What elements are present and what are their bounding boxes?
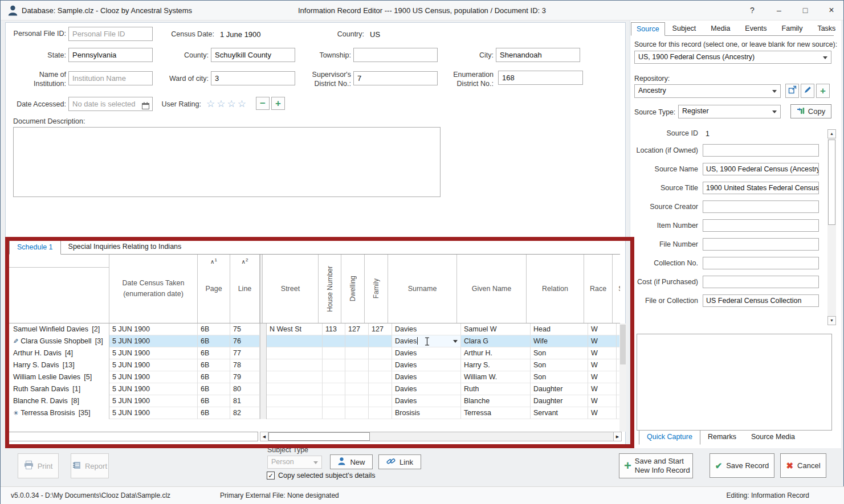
cell-page[interactable]: 6B (198, 347, 230, 359)
cell-page[interactable]: 6B (198, 371, 230, 383)
table-row[interactable]: William Leslie Davies [5]5 JUN 19006B79D… (9, 371, 620, 383)
cell-street[interactable] (267, 395, 323, 407)
column-header-relation[interactable]: Relation (527, 255, 584, 323)
close-button[interactable]: × (823, 2, 840, 18)
cell-race[interactable]: W (588, 359, 617, 371)
minimize-button[interactable]: – (770, 2, 788, 18)
cell-date[interactable]: 5 JUN 1900 (109, 371, 198, 383)
tab-tasks[interactable]: Tasks (810, 22, 843, 35)
enumeration-district-input[interactable]: 168 (498, 71, 583, 85)
cell-page[interactable]: 6B (198, 383, 230, 395)
cell-house[interactable] (323, 347, 345, 359)
tab-source[interactable]: Source (631, 22, 665, 36)
county-input[interactable]: Schuylkill County (211, 48, 295, 62)
cell-given[interactable]: Harry S. (461, 359, 531, 371)
cell-given[interactable]: Samuel W (461, 323, 531, 335)
cell-page[interactable]: 6B (198, 395, 230, 407)
source-field-input[interactable] (703, 144, 819, 157)
cell-surname[interactable]: Davies (392, 335, 461, 347)
cell-date[interactable]: 5 JUN 1900 (109, 395, 198, 407)
cell-relation[interactable]: Son (531, 371, 588, 383)
row-header-name[interactable]: Harry S. Davis [13] (9, 359, 109, 371)
cell-street[interactable]: N West St (267, 323, 323, 335)
cell-house[interactable] (323, 371, 345, 383)
cell-family[interactable] (369, 347, 392, 359)
cell-line[interactable]: 76 (230, 335, 260, 347)
cell-family[interactable]: 127 (369, 323, 392, 335)
name-column-scrollbar[interactable] (9, 432, 258, 441)
add-repository-button[interactable]: + (816, 84, 830, 98)
cell-date[interactable]: 5 JUN 1900 (109, 347, 198, 359)
quick-capture-area[interactable] (637, 334, 832, 431)
source-type-combobox[interactable]: Register (678, 105, 781, 118)
cell-family[interactable] (369, 335, 392, 347)
dropdown-arrow-icon[interactable] (453, 340, 458, 343)
schedule-vertical-scrollbar[interactable] (619, 323, 626, 432)
column-header-name[interactable] (9, 255, 109, 323)
cell-family[interactable] (369, 383, 392, 395)
increase-rating-button[interactable]: + (271, 97, 285, 110)
cell-dwelling[interactable] (345, 359, 369, 371)
row-header-name[interactable]: William Leslie Davies [5] (9, 371, 109, 383)
tab-remarks[interactable]: Remarks (700, 431, 744, 444)
table-row[interactable]: Blanche R. Davis [8]5 JUN 19006B81Davies… (9, 395, 620, 407)
cell-date[interactable]: 5 JUN 1900 (109, 335, 198, 347)
source-field-input[interactable] (703, 238, 819, 251)
cell-dwelling[interactable]: 127 (345, 323, 369, 335)
table-row[interactable]: ✳Terressa Brosisis [35]5 JUN 19006B82Bro… (9, 407, 620, 419)
document-description-textarea[interactable] (13, 127, 441, 197)
cell-surname[interactable]: Davies (392, 323, 461, 335)
city-input[interactable]: Shenandoah (496, 48, 580, 62)
cell-dwelling[interactable] (345, 395, 369, 407)
cell-house[interactable]: 113 (323, 323, 345, 335)
row-header-name[interactable]: ✳Terressa Brosisis [35] (9, 407, 109, 419)
cell-given[interactable]: Arthur H. (461, 347, 531, 359)
personal-file-id-input[interactable]: Personal File ID (68, 27, 153, 41)
source-fields-scrollbar[interactable]: ▲ ▼ (827, 129, 836, 325)
column-header-date[interactable]: Date Census Taken (enumeration date) (109, 255, 198, 323)
tab-schedule-1[interactable]: Schedule 1 (9, 240, 61, 255)
cell-race[interactable]: W (588, 323, 617, 335)
cell-page[interactable]: 6B (198, 323, 230, 335)
cell-given[interactable]: Terressa (461, 407, 531, 419)
table-row[interactable]: Arthur H. Davis [4]5 JUN 19006B77DaviesA… (9, 347, 620, 359)
cell-dwelling[interactable] (345, 335, 369, 347)
cell-house[interactable] (323, 407, 345, 419)
cell-page[interactable]: 6B (198, 407, 230, 419)
copy-details-option[interactable]: ✓ Copy selected subject's details (267, 472, 376, 480)
column-header-dwelling[interactable]: Dwelling (341, 255, 365, 323)
cell-relation[interactable]: Son (531, 359, 588, 371)
cell-house[interactable] (323, 383, 345, 395)
cell-street[interactable] (267, 359, 323, 371)
source-field-input[interactable] (703, 276, 819, 288)
cell-house[interactable] (323, 335, 345, 347)
scrollbar-thumb[interactable] (828, 140, 835, 225)
cell-relation[interactable]: Son (531, 347, 588, 359)
column-header-given[interactable]: Given Name (457, 255, 527, 323)
ward-input[interactable]: 3 (211, 71, 295, 85)
table-row[interactable]: Harry S. Davis [13]5 JUN 19006B78DaviesH… (9, 359, 620, 371)
source-field-input[interactable]: 1900 United States Federal Census,... (703, 182, 819, 194)
scroll-up-icon[interactable]: ▲ (827, 129, 836, 138)
cell-relation[interactable]: Wife (531, 335, 588, 347)
row-header-name[interactable]: Arthur H. Davis [4] (9, 347, 109, 359)
repository-combobox[interactable]: Ancestry (634, 84, 781, 98)
tab-events[interactable]: Events (737, 22, 774, 35)
source-field-input[interactable]: US Federal Census Collection (703, 294, 819, 307)
cell-race[interactable]: W (588, 347, 617, 359)
cell-dwelling[interactable] (345, 371, 369, 383)
source-field-input[interactable] (703, 219, 819, 232)
cancel-button[interactable]: ✖ Cancel (780, 453, 826, 478)
tab-subject[interactable]: Subject (665, 22, 704, 35)
cell-race[interactable]: W (588, 383, 617, 395)
row-header-name[interactable]: Ruth Sarah Davis [1] (9, 383, 109, 395)
help-button[interactable]: ? (744, 2, 761, 18)
cell-line[interactable]: 79 (230, 371, 260, 383)
cell-line[interactable]: 75 (230, 323, 260, 335)
cell-family[interactable] (369, 359, 392, 371)
cell-relation[interactable]: Head (531, 323, 588, 335)
cell-line[interactable]: 77 (230, 347, 260, 359)
decrease-rating-button[interactable]: − (256, 97, 270, 110)
state-input[interactable]: Pennsylvania (68, 48, 153, 62)
tab-media[interactable]: Media (703, 22, 737, 35)
